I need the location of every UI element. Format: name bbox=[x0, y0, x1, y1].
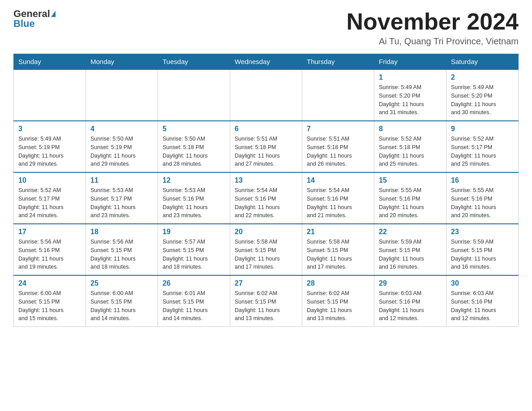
sun-info: Sunrise: 5:58 AMSunset: 5:15 PMDaylight:… bbox=[307, 238, 369, 271]
calendar-cell: 5Sunrise: 5:50 AMSunset: 5:18 PMDaylight… bbox=[158, 121, 230, 172]
calendar-cell: 26Sunrise: 6:01 AMSunset: 5:15 PMDayligh… bbox=[158, 275, 230, 327]
sun-info: Sunrise: 5:52 AMSunset: 5:18 PMDaylight:… bbox=[379, 135, 442, 168]
calendar-cell: 15Sunrise: 5:55 AMSunset: 5:16 PMDayligh… bbox=[374, 172, 446, 224]
sun-info: Sunrise: 6:02 AMSunset: 5:15 PMDaylight:… bbox=[307, 289, 369, 323]
sun-info: Sunrise: 5:57 AMSunset: 5:15 PMDaylight:… bbox=[163, 238, 225, 271]
sun-info: Sunrise: 5:53 AMSunset: 5:16 PMDaylight:… bbox=[163, 186, 225, 220]
day-number: 10 bbox=[18, 176, 81, 184]
calendar-cell bbox=[230, 69, 302, 121]
sun-info: Sunrise: 6:00 AMSunset: 5:15 PMDaylight:… bbox=[90, 289, 153, 323]
page-header: General Blue November 2024 Ai Tu, Quang … bbox=[13, 9, 519, 47]
calendar-cell bbox=[158, 69, 230, 121]
calendar-cell: 28Sunrise: 6:02 AMSunset: 5:15 PMDayligh… bbox=[302, 275, 374, 327]
day-number: 28 bbox=[307, 279, 369, 287]
calendar-header-row: SundayMondayTuesdayWednesdayThursdayFrid… bbox=[14, 54, 519, 70]
day-number: 25 bbox=[90, 279, 153, 287]
day-number: 29 bbox=[379, 279, 442, 287]
sun-info: Sunrise: 5:56 AMSunset: 5:15 PMDaylight:… bbox=[90, 238, 153, 271]
day-number: 22 bbox=[379, 228, 442, 236]
sun-info: Sunrise: 5:50 AMSunset: 5:18 PMDaylight:… bbox=[163, 135, 225, 168]
day-number: 4 bbox=[90, 125, 153, 133]
sun-info: Sunrise: 6:01 AMSunset: 5:15 PMDaylight:… bbox=[163, 289, 225, 323]
logo-blue-text: Blue bbox=[13, 19, 35, 29]
sun-info: Sunrise: 6:03 AMSunset: 5:16 PMDaylight:… bbox=[451, 289, 514, 323]
calendar-header-friday: Friday bbox=[374, 54, 446, 70]
day-number: 13 bbox=[235, 176, 297, 184]
calendar-cell bbox=[14, 69, 86, 121]
calendar-cell: 23Sunrise: 5:59 AMSunset: 5:15 PMDayligh… bbox=[446, 224, 519, 275]
day-number: 27 bbox=[235, 279, 297, 287]
calendar-header-wednesday: Wednesday bbox=[230, 54, 302, 70]
calendar-cell: 20Sunrise: 5:58 AMSunset: 5:15 PMDayligh… bbox=[230, 224, 302, 275]
calendar-cell: 16Sunrise: 5:55 AMSunset: 5:16 PMDayligh… bbox=[446, 172, 519, 224]
calendar-cell: 6Sunrise: 5:51 AMSunset: 5:18 PMDaylight… bbox=[230, 121, 302, 172]
sun-info: Sunrise: 5:49 AMSunset: 5:20 PMDaylight:… bbox=[379, 83, 442, 117]
sun-info: Sunrise: 5:49 AMSunset: 5:20 PMDaylight:… bbox=[451, 83, 514, 117]
day-number: 12 bbox=[163, 176, 225, 184]
logo-triangle-icon bbox=[51, 11, 56, 17]
calendar-week-row: 24Sunrise: 6:00 AMSunset: 5:15 PMDayligh… bbox=[14, 275, 519, 327]
calendar-cell: 17Sunrise: 5:56 AMSunset: 5:16 PMDayligh… bbox=[14, 224, 86, 275]
day-number: 9 bbox=[451, 125, 514, 133]
calendar-cell: 25Sunrise: 6:00 AMSunset: 5:15 PMDayligh… bbox=[86, 275, 158, 327]
logo-general-text: General bbox=[13, 9, 50, 19]
sun-info: Sunrise: 5:59 AMSunset: 5:15 PMDaylight:… bbox=[451, 238, 514, 271]
day-number: 21 bbox=[307, 228, 369, 236]
sun-info: Sunrise: 5:56 AMSunset: 5:16 PMDaylight:… bbox=[18, 238, 81, 271]
calendar-cell: 9Sunrise: 5:52 AMSunset: 5:17 PMDaylight… bbox=[446, 121, 519, 172]
calendar-table: SundayMondayTuesdayWednesdayThursdayFrid… bbox=[13, 54, 519, 327]
sun-info: Sunrise: 5:58 AMSunset: 5:15 PMDaylight:… bbox=[235, 238, 297, 271]
day-number: 26 bbox=[163, 279, 225, 287]
day-number: 20 bbox=[235, 228, 297, 236]
day-number: 24 bbox=[18, 279, 81, 287]
sun-info: Sunrise: 5:51 AMSunset: 5:18 PMDaylight:… bbox=[307, 135, 369, 168]
sun-info: Sunrise: 5:55 AMSunset: 5:16 PMDaylight:… bbox=[451, 186, 514, 220]
calendar-cell: 7Sunrise: 5:51 AMSunset: 5:18 PMDaylight… bbox=[302, 121, 374, 172]
sun-info: Sunrise: 5:50 AMSunset: 5:19 PMDaylight:… bbox=[90, 135, 153, 168]
day-number: 3 bbox=[18, 125, 81, 133]
day-number: 11 bbox=[90, 176, 153, 184]
calendar-cell: 13Sunrise: 5:54 AMSunset: 5:16 PMDayligh… bbox=[230, 172, 302, 224]
calendar-week-row: 10Sunrise: 5:52 AMSunset: 5:17 PMDayligh… bbox=[14, 172, 519, 224]
calendar-cell: 18Sunrise: 5:56 AMSunset: 5:15 PMDayligh… bbox=[86, 224, 158, 275]
title-block: November 2024 Ai Tu, Quang Tri Province,… bbox=[347, 9, 519, 47]
day-number: 16 bbox=[451, 176, 514, 184]
sun-info: Sunrise: 5:55 AMSunset: 5:16 PMDaylight:… bbox=[379, 186, 442, 220]
sun-info: Sunrise: 6:03 AMSunset: 5:16 PMDaylight:… bbox=[379, 289, 442, 323]
calendar-cell: 1Sunrise: 5:49 AMSunset: 5:20 PMDaylight… bbox=[374, 69, 446, 121]
day-number: 17 bbox=[18, 228, 81, 236]
month-year-title: November 2024 bbox=[347, 9, 519, 34]
day-number: 23 bbox=[451, 228, 514, 236]
calendar-cell: 30Sunrise: 6:03 AMSunset: 5:16 PMDayligh… bbox=[446, 275, 519, 327]
sun-info: Sunrise: 5:54 AMSunset: 5:16 PMDaylight:… bbox=[235, 186, 297, 220]
day-number: 14 bbox=[307, 176, 369, 184]
day-number: 19 bbox=[163, 228, 225, 236]
sun-info: Sunrise: 5:59 AMSunset: 5:15 PMDaylight:… bbox=[379, 238, 442, 271]
calendar-cell: 4Sunrise: 5:50 AMSunset: 5:19 PMDaylight… bbox=[86, 121, 158, 172]
day-number: 6 bbox=[235, 125, 297, 133]
calendar-cell: 22Sunrise: 5:59 AMSunset: 5:15 PMDayligh… bbox=[374, 224, 446, 275]
calendar-cell: 19Sunrise: 5:57 AMSunset: 5:15 PMDayligh… bbox=[158, 224, 230, 275]
location-subtitle: Ai Tu, Quang Tri Province, Vietnam bbox=[347, 36, 519, 47]
calendar-cell bbox=[86, 69, 158, 121]
calendar-cell: 14Sunrise: 5:54 AMSunset: 5:16 PMDayligh… bbox=[302, 172, 374, 224]
day-number: 18 bbox=[90, 228, 153, 236]
day-number: 30 bbox=[451, 279, 514, 287]
logo: General Blue bbox=[13, 9, 56, 29]
calendar-header-thursday: Thursday bbox=[302, 54, 374, 70]
sun-info: Sunrise: 6:00 AMSunset: 5:15 PMDaylight:… bbox=[18, 289, 81, 323]
calendar-header-sunday: Sunday bbox=[14, 54, 86, 70]
sun-info: Sunrise: 5:52 AMSunset: 5:17 PMDaylight:… bbox=[18, 186, 81, 220]
day-number: 7 bbox=[307, 125, 369, 133]
sun-info: Sunrise: 5:49 AMSunset: 5:19 PMDaylight:… bbox=[18, 135, 81, 168]
calendar-cell: 10Sunrise: 5:52 AMSunset: 5:17 PMDayligh… bbox=[14, 172, 86, 224]
calendar-cell: 2Sunrise: 5:49 AMSunset: 5:20 PMDaylight… bbox=[446, 69, 519, 121]
day-number: 8 bbox=[379, 125, 442, 133]
calendar-cell: 24Sunrise: 6:00 AMSunset: 5:15 PMDayligh… bbox=[14, 275, 86, 327]
calendar-week-row: 17Sunrise: 5:56 AMSunset: 5:16 PMDayligh… bbox=[14, 224, 519, 275]
calendar-cell: 11Sunrise: 5:53 AMSunset: 5:17 PMDayligh… bbox=[86, 172, 158, 224]
sun-info: Sunrise: 5:52 AMSunset: 5:17 PMDaylight:… bbox=[451, 135, 514, 168]
day-number: 15 bbox=[379, 176, 442, 184]
calendar-header-saturday: Saturday bbox=[446, 54, 519, 70]
sun-info: Sunrise: 5:51 AMSunset: 5:18 PMDaylight:… bbox=[235, 135, 297, 168]
